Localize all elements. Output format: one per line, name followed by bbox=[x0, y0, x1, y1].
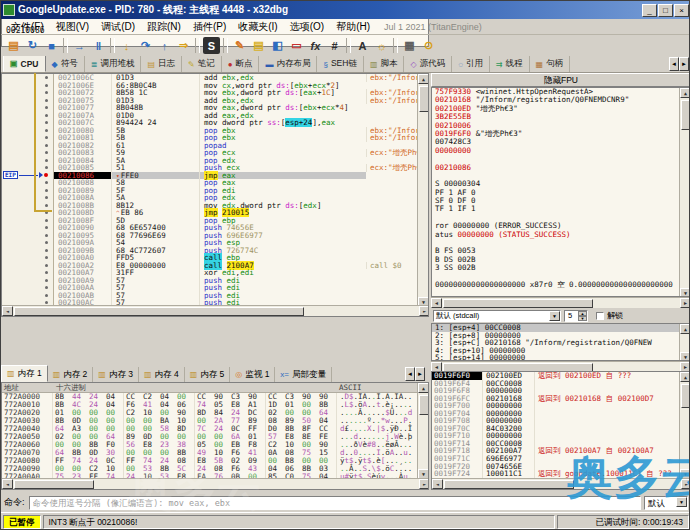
patch-pencil-icon[interactable]: ✎ bbox=[231, 37, 248, 54]
breakpoint-margin[interactable] bbox=[2, 127, 54, 135]
dump-hscrollbar[interactable]: ◄ ► bbox=[2, 478, 429, 489]
disasm-vscrollbar[interactable]: ▲ ▼ bbox=[417, 74, 429, 307]
breakpoint-margin[interactable] bbox=[2, 157, 54, 165]
instruction-dot-icon[interactable] bbox=[45, 279, 48, 282]
tab-threads[interactable]: ⇉线程 bbox=[490, 56, 530, 72]
instruction-dot-icon[interactable] bbox=[45, 106, 48, 109]
title-bar[interactable]: GoogleUpdate.exe - PID: 780 - 线程: 主线程 44… bbox=[1, 1, 690, 19]
breakpoint-margin[interactable] bbox=[2, 179, 54, 187]
instruction-dot-icon[interactable] bbox=[45, 264, 48, 267]
stack-hscrollbar[interactable]: ◄ ► bbox=[432, 478, 690, 489]
dump-vscrollbar[interactable]: ▲ ▼ bbox=[417, 383, 429, 479]
tab-references[interactable]: ◌引用 bbox=[452, 56, 490, 72]
instruction-dot-icon[interactable] bbox=[45, 301, 48, 304]
chevron-down-icon[interactable]: ▼ bbox=[549, 311, 560, 321]
spin-down-icon[interactable]: ▼ bbox=[578, 316, 587, 321]
instruction-dot-icon[interactable] bbox=[45, 234, 48, 237]
dump-tab-memory-4[interactable]: ▥内存 4 bbox=[139, 367, 185, 382]
arg-count-stepper[interactable]: 5 ▲▼ bbox=[564, 310, 588, 322]
minimize-button[interactable]: _ bbox=[642, 4, 657, 17]
open-file-icon[interactable]: ▤ bbox=[5, 37, 22, 54]
fx-icon[interactable]: fx bbox=[307, 37, 324, 54]
breakpoint-margin[interactable] bbox=[2, 112, 54, 120]
dump-tab-memory-1[interactable]: ▥内存 1 bbox=[1, 365, 48, 382]
registers-hscrollbar[interactable]: ◄ ► bbox=[431, 297, 690, 308]
run-to-user-code-icon[interactable]: ⇒ bbox=[175, 37, 192, 54]
tab-seh-chain[interactable]: §SEH链 bbox=[317, 56, 363, 72]
tab-log[interactable]: ▤日志 bbox=[141, 56, 182, 72]
breakpoint-margin[interactable] bbox=[2, 232, 54, 240]
instruction-dot-icon[interactable] bbox=[45, 294, 48, 297]
breakpoint-margin[interactable] bbox=[2, 269, 54, 277]
breakpoint-margin[interactable] bbox=[2, 149, 54, 157]
breakpoint-margin[interactable] bbox=[2, 142, 54, 150]
instruction-dot-icon[interactable] bbox=[45, 196, 48, 199]
breakpoint-margin[interactable] bbox=[2, 239, 54, 247]
register-line[interactable]: 00210086 bbox=[432, 164, 679, 172]
tab-call-stack[interactable]: ≣调用堆栈 bbox=[85, 56, 142, 72]
breakpoint-margin[interactable]: EIP bbox=[2, 172, 54, 180]
breakpoint-margin[interactable] bbox=[2, 202, 54, 210]
breakpoint-dot-icon[interactable] bbox=[44, 173, 48, 177]
register-line[interactable]: 00000000 bbox=[432, 147, 679, 155]
preferences-icon[interactable]: ☼ bbox=[373, 37, 390, 54]
instruction-dot-icon[interactable] bbox=[45, 91, 48, 94]
breakpoint-margin[interactable] bbox=[2, 284, 54, 292]
breakpoint-margin[interactable] bbox=[2, 187, 54, 195]
instruction-dot-icon[interactable] bbox=[45, 144, 48, 147]
step-over-icon[interactable]: ↷ bbox=[137, 37, 154, 54]
instruction-dot-icon[interactable] bbox=[45, 84, 48, 87]
tab-memory-map[interactable]: ▬内存布局 bbox=[259, 56, 317, 72]
breakpoint-margin[interactable] bbox=[2, 277, 54, 285]
instruction-dot-icon[interactable] bbox=[45, 226, 48, 229]
dump-tab-locals[interactable]: x=局部变量 bbox=[275, 367, 332, 382]
breakpoint-margin[interactable] bbox=[2, 224, 54, 232]
menu-item-I[interactable]: 收藏夹(I) bbox=[232, 20, 283, 33]
checkbox-icon[interactable] bbox=[596, 312, 604, 320]
breakpoint-margin[interactable] bbox=[2, 119, 54, 127]
menu-item-D[interactable]: 调试(D) bbox=[95, 20, 141, 33]
registers-vscrollbar[interactable]: ▲ ▼ bbox=[679, 88, 690, 297]
help-bulb-icon[interactable]: ⊙ bbox=[420, 37, 437, 54]
instruction-dot-icon[interactable] bbox=[45, 181, 48, 184]
instruction-dot-icon[interactable] bbox=[45, 99, 48, 102]
instruction-dot-icon[interactable] bbox=[45, 121, 48, 124]
dump-tab-scroll-left-icon[interactable]: ◄ bbox=[405, 367, 415, 381]
tab-script[interactable]: ▥脚本 bbox=[364, 56, 405, 72]
breakpoint-margin[interactable] bbox=[2, 134, 54, 142]
register-line[interactable]: TF 1 IF 1 bbox=[432, 205, 679, 213]
font-icon[interactable]: A bbox=[354, 37, 371, 54]
instruction-dot-icon[interactable] bbox=[45, 249, 48, 252]
menu-item-V[interactable]: 视图(V) bbox=[50, 20, 95, 33]
breakpoint-margin[interactable] bbox=[2, 194, 54, 202]
instruction-dot-icon[interactable] bbox=[45, 189, 48, 192]
breakpoint-margin[interactable] bbox=[2, 74, 54, 82]
breakpoint-margin[interactable] bbox=[2, 217, 54, 225]
command-input[interactable] bbox=[29, 496, 641, 510]
instruction-dot-icon[interactable] bbox=[45, 204, 48, 207]
chevron-down-icon[interactable]: ▼ bbox=[676, 497, 687, 507]
dump-tab-watch-1[interactable]: ◎监视 1 bbox=[230, 367, 275, 382]
menu-item-H[interactable]: 帮助(H) bbox=[330, 20, 376, 33]
breakpoint-margin[interactable] bbox=[2, 292, 54, 300]
tab-cpu[interactable]: ▣CPU bbox=[3, 56, 46, 72]
dump-tab-memory-5[interactable]: ▥内存 5 bbox=[185, 367, 231, 382]
breakpoint-margin[interactable] bbox=[2, 247, 54, 255]
tab-source[interactable]: ◇源代码 bbox=[404, 56, 452, 72]
instruction-dot-icon[interactable] bbox=[45, 151, 48, 154]
breakpoint-margin[interactable] bbox=[2, 89, 54, 97]
restart-icon[interactable]: ↻ bbox=[24, 37, 41, 54]
instruction-dot-icon[interactable] bbox=[45, 219, 48, 222]
tab-scroll-right-icon[interactable]: ► bbox=[679, 57, 689, 71]
memory-chip-icon[interactable]: ▦ bbox=[401, 37, 418, 54]
settings-icon[interactable]: S bbox=[203, 37, 220, 54]
disasm-hscrollbar[interactable]: ◄ ► bbox=[2, 305, 429, 316]
dump-tab-memory-2[interactable]: ▥内存 2 bbox=[48, 367, 94, 382]
register-line[interactable]: 3 SS 002B bbox=[432, 264, 679, 272]
stack-vscrollbar[interactable]: ▲ ▼ bbox=[679, 372, 690, 479]
breakpoint-margin[interactable] bbox=[2, 262, 54, 270]
dump-tab-scroll-right-icon[interactable]: ► bbox=[415, 367, 425, 381]
instruction-dot-icon[interactable] bbox=[45, 136, 48, 139]
instruction-dot-icon[interactable] bbox=[45, 166, 48, 169]
step-out-icon[interactable]: ↑ bbox=[156, 37, 173, 54]
